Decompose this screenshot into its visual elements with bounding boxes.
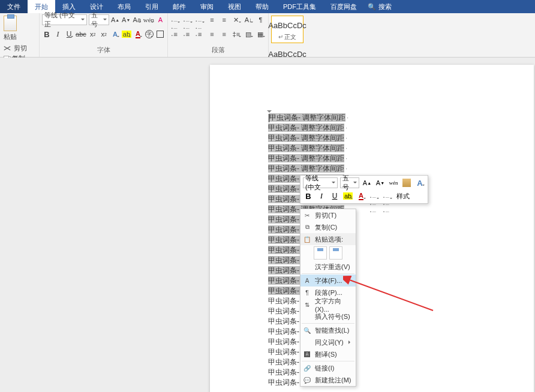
change-case-button[interactable]: Aa (133, 14, 142, 25)
search-label: 搜索 (378, 2, 392, 11)
bullets-button[interactable] (170, 14, 181, 25)
mini-shrink-font-button[interactable]: A▼ (375, 177, 386, 188)
align-right-button[interactable]: ≡ (195, 29, 205, 40)
underline-button[interactable]: U (64, 29, 74, 40)
paste-button[interactable]: 粘贴 (2, 14, 18, 41)
superscript-button[interactable]: x2 (99, 29, 109, 40)
ctx-copy[interactable]: ⧉复制(C) (300, 221, 356, 233)
show-marks-button[interactable]: ¶ (256, 14, 266, 25)
strikethrough-button[interactable]: abc (76, 29, 86, 40)
distributed-button[interactable]: ≡ (219, 29, 229, 40)
mini-styles-label[interactable]: 样式 (395, 191, 411, 201)
style-name: 正文 (272, 33, 303, 41)
font-name-combo[interactable]: 等线 (中文正 (42, 14, 87, 25)
ctx-new-comment[interactable]: 💬新建批注(M) (300, 374, 356, 386)
group-paragraph: ≡ ≡ ✕ A↓ ¶ ≡ ≡ ≡ ≡ ≡ ‡≡ ▧ ▦ 段落 (168, 13, 269, 57)
mini-highlight-button[interactable]: ab (342, 191, 353, 201)
mini-italic-button[interactable]: I (316, 191, 327, 201)
mini-font-size-combo[interactable]: 五号 (340, 177, 359, 188)
text-effects-button[interactable]: A (110, 29, 120, 40)
mini-font-name-combo[interactable]: 等线 (中文 (303, 177, 338, 188)
paste-keep-source-button[interactable] (314, 246, 327, 260)
multilevel-list-button[interactable] (195, 14, 205, 25)
ctx-cut[interactable]: ✂剪切(T) (300, 209, 356, 221)
mini-format-painter-button[interactable] (401, 177, 412, 188)
font-icon: A (303, 276, 311, 285)
tab-references[interactable]: 引用 (138, 0, 166, 13)
text-line[interactable]: 甲虫词条- 调整字体间距· (268, 143, 350, 153)
text-line[interactable]: 甲虫词条- 调整字体间距· (268, 133, 350, 143)
ctx-smart-lookup[interactable]: 🔍智能查找(L) (300, 324, 356, 336)
ctx-paste-options-row (300, 245, 356, 261)
cut-button[interactable]: 剪切 (2, 44, 37, 53)
grow-font-button[interactable]: A▲ (111, 14, 120, 25)
link-icon: 🔗 (303, 364, 311, 372)
ctx-insert-symbol[interactable]: 插入符号(S) (300, 310, 356, 322)
paste-label: 粘贴 (4, 32, 17, 41)
bold-button[interactable]: B (42, 29, 52, 40)
decrease-indent-button[interactable]: ≡ (207, 14, 217, 25)
mini-bullets-button[interactable] (369, 191, 380, 201)
tell-me-search[interactable]: 🔍 搜索 (364, 0, 395, 13)
paste-text-only-button[interactable] (329, 246, 342, 260)
ctx-hanzi-reselect[interactable]: 汉字重选(V) (300, 261, 356, 273)
line-spacing-button[interactable]: ‡≡ (231, 29, 241, 40)
subscript-button[interactable]: x2 (88, 29, 98, 40)
ctx-translate[interactable]: 🅰翻译(S) (300, 348, 356, 360)
char-border-button[interactable] (155, 29, 165, 40)
document-area[interactable]: 甲虫词条- 调整字体间距·甲虫词条- 调整字体间距·甲虫词条- 调整字体间距·甲… (0, 58, 535, 392)
paste-icon (4, 16, 17, 31)
asian-layout-button[interactable]: ✕ (231, 14, 241, 25)
align-left-button[interactable]: ≡ (170, 29, 181, 40)
mini-font-color-button[interactable]: A (356, 191, 366, 201)
tab-help[interactable]: 帮助 (248, 0, 276, 13)
cut-icon (4, 45, 11, 52)
tab-mailings[interactable]: 邮件 (166, 0, 193, 13)
phonetic-guide-button[interactable]: wén (143, 14, 154, 25)
italic-button[interactable]: I (53, 29, 63, 40)
align-center-button[interactable]: ≡ (182, 29, 193, 40)
sort-button[interactable]: A↓ (244, 14, 254, 25)
font-size-combo[interactable]: 五号 (89, 14, 109, 25)
style-card-0[interactable]: AaBbCcDc正文 (271, 16, 303, 43)
tab-review[interactable]: 审阅 (193, 0, 221, 13)
text-line[interactable]: 甲虫词条- 调整字体间距· (268, 164, 350, 174)
char-shading-button[interactable]: 字 (145, 29, 154, 40)
clear-formatting-button[interactable]: A (156, 14, 165, 25)
mini-underline-button[interactable]: U (329, 191, 340, 201)
style-preview: AaBbCcDc (272, 17, 303, 33)
ctx-link[interactable]: 🔗链接(I) (300, 362, 356, 374)
mini-toolbar: 等线 (中文 五号 A▲ A▼ wén A B I U ab A 样式 (300, 175, 428, 204)
ctx-font[interactable]: A字体(F)... (300, 275, 356, 287)
ctx-synonym[interactable]: 同义词(Y) (300, 336, 356, 348)
justify-button[interactable]: ≡ (207, 29, 217, 40)
context-menu: ✂剪切(T) ⧉复制(C) 📋粘贴选项: 汉字重选(V) A字体(F)... ¶… (300, 209, 356, 387)
tab-view[interactable]: 视图 (221, 0, 248, 13)
paragraph-icon: ¶ (303, 288, 311, 297)
numbering-button[interactable] (182, 14, 193, 25)
paste-icon: 📋 (303, 235, 311, 243)
page[interactable]: 甲虫词条- 调整字体间距·甲虫词条- 调整字体间距·甲虫词条- 调整字体间距·甲… (210, 65, 534, 392)
mini-grow-font-button[interactable]: A▲ (362, 177, 372, 188)
ctx-text-direction[interactable]: ⇅文字方向(X)... (300, 298, 356, 310)
text-line[interactable]: 甲虫词条- 调整字体间距· (268, 153, 350, 164)
increase-indent-button[interactable]: ≡ (219, 14, 229, 25)
mini-styles-button[interactable]: A (414, 177, 425, 188)
shading-button[interactable]: ▧ (244, 29, 254, 40)
tab-layout[interactable]: 布局 (110, 0, 138, 13)
tab-pdf-tools[interactable]: PDF工具集 (276, 0, 323, 13)
mini-numbering-button[interactable] (382, 191, 393, 201)
highlight-button[interactable]: ab (122, 29, 131, 40)
mini-bold-button[interactable]: B (303, 191, 314, 201)
shrink-font-button[interactable]: A▼ (122, 14, 131, 25)
text-line[interactable]: 甲虫词条- 调整字体间距· (268, 123, 350, 133)
mini-phonetic-button[interactable]: wén (388, 177, 399, 188)
text-line[interactable]: 甲虫词条- 调整字体间距· (268, 113, 350, 123)
font-color-button[interactable]: A (133, 29, 143, 40)
tab-baidu-netdisk[interactable]: 百度网盘 (323, 0, 364, 13)
tab-file[interactable]: 文件 (0, 0, 28, 13)
group-label-paragraph: 段落 (170, 44, 266, 57)
comment-icon: 💬 (303, 376, 311, 384)
group-label-font: 字体 (42, 44, 165, 57)
borders-button[interactable]: ▦ (256, 29, 266, 40)
